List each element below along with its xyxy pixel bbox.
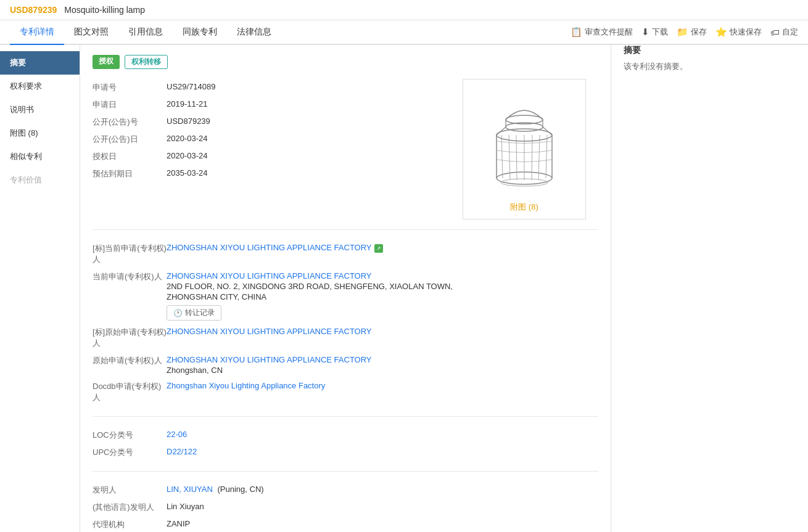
value-other-lang-inventor: Lin Xiuyan <box>167 502 204 511</box>
value-original-applicant: ZHONGSHAN XIYOU LIGHTING APPLIANCE FACTO… <box>167 355 372 375</box>
field-inventor: 发明人 LIN, XIUYAN (Puning, CN) <box>93 481 598 499</box>
svg-line-3 <box>501 135 503 178</box>
field-labeled-current-applicant: [标]当前申请(专利权)人 ZHONGSHAN XIYOU LIGHTING A… <box>93 240 598 268</box>
label-grant-date: 授权日 <box>93 151 167 162</box>
review-reminder-icon: 📋 <box>571 27 582 38</box>
tab-navigation: 专利详情 图文对照 引用信息 同族专利 法律信息 📋 审查文件提醒 ⬇ 下载 📁… <box>0 20 808 45</box>
sidebar-item-value: 专利价值 <box>0 168 80 192</box>
field-docdb-applicant: Docdb申请(专利权)人 Zhongshan Xiyou Lighting A… <box>93 378 598 406</box>
tab-citation[interactable]: 引用信息 <box>118 20 173 45</box>
basic-info: 申请号 US29/714089 申请日 2019-11-21 公开(公告)号 U… <box>93 79 450 219</box>
value-upc-classification[interactable]: D22/122 <box>167 447 197 456</box>
field-agency: 代理机构 ZANIP <box>93 516 598 532</box>
value-publication-number: USD879239 <box>167 117 210 126</box>
label-labeled-original-applicant: [标]原始申请(专利权)人 <box>93 327 167 349</box>
current-applicant-address2: ZHONGSHAN CITY, CHINA <box>167 292 453 301</box>
tab-family[interactable]: 同族专利 <box>173 20 227 45</box>
transfer-record-label: 转让记录 <box>185 308 215 318</box>
value-publication-date: 2020-03-24 <box>167 134 208 143</box>
main-layout: 摘要 权利要求 说明书 附图 (8) 相似专利 专利价值 授权 权利转移 申请号… <box>0 45 808 532</box>
value-application-number: US29/714089 <box>167 82 216 91</box>
sidebar-item-description[interactable]: 说明书 <box>0 98 80 121</box>
original-applicant-location: Zhongshan, CN <box>167 366 372 375</box>
quick-save-button[interactable]: ⭐ 快速保存 <box>715 27 762 38</box>
label-current-applicant: 当前申请(专利权)人 <box>93 271 167 282</box>
svg-line-5 <box>516 135 517 180</box>
label-original-applicant: 原始申请(专利权)人 <box>93 355 167 366</box>
toolbar: 📋 审查文件提醒 ⬇ 下载 📁 保存 ⭐ 快速保存 🏷 自定 <box>571 27 798 38</box>
inventor-location: (Puning, CN) <box>218 485 264 494</box>
tab-patent-detail[interactable]: 专利详情 <box>10 20 64 45</box>
label-docdb-applicant: Docdb申请(专利权)人 <box>93 381 167 403</box>
clock-icon: 🕐 <box>173 309 183 317</box>
field-loc-classification: LOC分类号 22-06 <box>93 427 598 444</box>
field-publication-number: 公开(公告)号 USD879239 <box>93 113 450 131</box>
current-applicant-address1: 2ND FLOOR, NO. 2, XINGDONG 3RD ROAD, SHE… <box>167 282 453 291</box>
save-label: 保存 <box>691 27 707 38</box>
top-header: USD879239 Mosquito-killing lamp <box>0 0 808 20</box>
label-application-number: 申请号 <box>93 82 167 93</box>
sidebar-item-figures[interactable]: 附图 (8) <box>0 121 80 145</box>
field-labeled-original-applicant: [标]原始申请(专利权)人 ZHONGSHAN XIYOU LIGHTING A… <box>93 324 598 352</box>
value-loc-classification[interactable]: 22-06 <box>167 430 187 439</box>
field-original-applicant: 原始申请(专利权)人 ZHONGSHAN XIYOU LIGHTING APPL… <box>93 352 598 378</box>
label-agency: 代理机构 <box>93 519 167 530</box>
divider-2 <box>93 416 598 417</box>
value-labeled-current-applicant[interactable]: ZHONGSHAN XIYOU LIGHTING APPLIANCE FACTO… <box>167 243 383 253</box>
review-reminder-button[interactable]: 📋 审查文件提醒 <box>571 27 633 38</box>
value-labeled-original-applicant[interactable]: ZHONGSHAN XIYOU LIGHTING APPLIANCE FACTO… <box>167 327 372 336</box>
value-current-applicant: ZHONGSHAN XIYOU LIGHTING APPLIANCE FACTO… <box>167 271 453 321</box>
field-publication-date: 公开(公告)日 2020-03-24 <box>93 131 450 148</box>
original-applicant-name[interactable]: ZHONGSHAN XIYOU LIGHTING APPLIANCE FACTO… <box>167 355 372 364</box>
label-upc-classification: UPC分类号 <box>93 447 167 458</box>
field-other-lang-inventor: (其他语言)发明人 Lin Xiuyan <box>93 499 598 516</box>
abstract-panel: 摘要 该专利没有摘要。 <box>611 45 808 532</box>
value-agency: ZANIP <box>167 519 190 528</box>
patent-id: USD879239 <box>10 5 57 15</box>
inventor-name[interactable]: LIN, XIUYAN <box>167 485 213 494</box>
tab-legal[interactable]: 法律信息 <box>227 20 281 45</box>
label-application-date: 申请日 <box>93 99 167 110</box>
download-icon: ⬇ <box>641 27 649 38</box>
label-labeled-current-applicant: [标]当前申请(专利权)人 <box>93 243 167 265</box>
badge-transfer: 权利转移 <box>125 55 168 69</box>
label-loc-classification: LOC分类号 <box>93 430 167 441</box>
label-inventor: 发明人 <box>93 485 167 496</box>
field-expiry-date: 预估到期日 2035-03-24 <box>93 165 450 182</box>
field-application-number: 申请号 US29/714089 <box>93 79 450 96</box>
svg-line-9 <box>546 135 547 178</box>
top-section: 申请号 US29/714089 申请日 2019-11-21 公开(公告)号 U… <box>93 79 598 219</box>
download-button[interactable]: ⬇ 下载 <box>641 27 668 38</box>
custom-label: 自定 <box>782 27 798 38</box>
tab-image-compare[interactable]: 图文对照 <box>64 20 118 45</box>
value-expiry-date: 2035-03-24 <box>167 168 208 178</box>
value-grant-date: 2020-03-24 <box>167 151 208 160</box>
field-grant-date: 授权日 2020-03-24 <box>93 148 450 165</box>
abstract-title: 摘要 <box>624 45 796 56</box>
field-application-date: 申请日 2019-11-21 <box>93 96 450 113</box>
patent-image <box>472 86 577 197</box>
transfer-record-button[interactable]: 🕐 转让记录 <box>167 305 221 321</box>
sidebar-item-similar[interactable]: 相似专利 <box>0 145 80 168</box>
abstract-content: 该专利没有摘要。 <box>624 61 796 72</box>
value-docdb-applicant[interactable]: Zhongshan Xiyou Lighting Appliance Facto… <box>167 381 325 390</box>
current-applicant-name[interactable]: ZHONGSHAN XIYOU LIGHTING APPLIANCE FACTO… <box>167 271 453 280</box>
custom-button[interactable]: 🏷 自定 <box>770 27 798 38</box>
star-icon: ⭐ <box>715 27 727 38</box>
badge-authorized: 授权 <box>93 55 120 69</box>
download-label: 下载 <box>652 27 668 38</box>
patent-title: Mosquito-killing lamp <box>64 5 145 15</box>
label-other-lang-inventor: (其他语言)发明人 <box>93 502 167 513</box>
divider-1 <box>93 229 598 230</box>
patent-image-box[interactable]: 附图 (8) <box>463 79 586 219</box>
quick-save-label: 快速保存 <box>730 27 762 38</box>
field-upc-classification: UPC分类号 D22/122 <box>93 444 598 461</box>
save-icon: 📁 <box>677 27 688 38</box>
save-button[interactable]: 📁 保存 <box>677 27 707 38</box>
label-publication-date: 公开(公告)日 <box>93 134 167 145</box>
image-label[interactable]: 附图 (8) <box>510 202 538 213</box>
review-reminder-label: 审查文件提醒 <box>585 27 633 38</box>
sidebar-item-abstract[interactable]: 摘要 <box>0 51 80 75</box>
badge-row: 授权 权利转移 <box>93 55 598 69</box>
sidebar-item-claims[interactable]: 权利要求 <box>0 75 80 98</box>
